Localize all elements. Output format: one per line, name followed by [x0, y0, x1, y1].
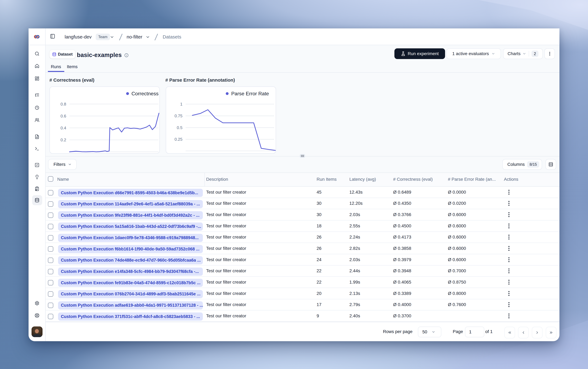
svg-text:0.2: 0.2 — [60, 138, 66, 142]
svg-text:0.6: 0.6 — [60, 114, 66, 118]
svg-text:Parse Error Rate: Parse Error Rate — [231, 91, 269, 96]
svg-text:0.25: 0.25 — [175, 137, 182, 142]
svg-text:0.4: 0.4 — [60, 126, 66, 130]
svg-text:Correctness: Correctness — [131, 91, 159, 96]
svg-text:0.8: 0.8 — [60, 102, 66, 106]
svg-text:0.75: 0.75 — [175, 113, 182, 118]
svg-text:1: 1 — [180, 102, 182, 106]
svg-text:0.5: 0.5 — [177, 125, 182, 130]
